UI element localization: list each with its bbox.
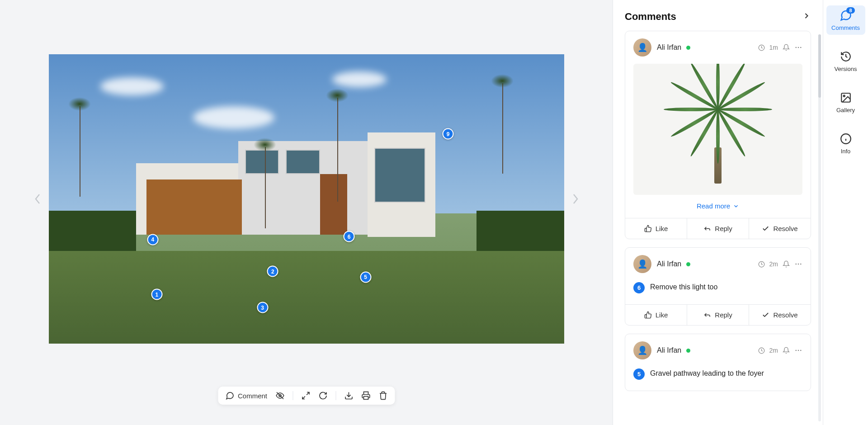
comment-icon (225, 391, 234, 400)
chevron-down-icon (733, 203, 739, 209)
bell-icon[interactable] (783, 347, 790, 354)
annotation-pin-4[interactable]: 4 (147, 234, 158, 245)
like-button[interactable]: Like (625, 218, 687, 239)
right-rail: 8 Comments Versions Gallery Info (823, 0, 868, 425)
comments-scroll-area[interactable]: 👤 Ali Irfan 1m (613, 31, 823, 425)
info-icon (840, 133, 852, 145)
comment-pin-badge[interactable]: 5 (633, 368, 645, 380)
trash-icon (378, 391, 387, 400)
rail-label: Comments (831, 24, 860, 31)
print-button[interactable] (361, 391, 370, 400)
thumbs-up-icon (644, 311, 652, 319)
read-more-button[interactable]: Read more (633, 195, 802, 213)
comment-time: 2m (769, 347, 778, 354)
rail-versions-tab[interactable]: Versions (826, 47, 865, 76)
comment-actions: Like Reply Resolve (625, 304, 811, 325)
reset-view-button[interactable] (318, 391, 327, 400)
render-image[interactable] (49, 54, 564, 344)
comment-time: 2m (769, 260, 778, 268)
rotate-icon (318, 391, 327, 400)
svg-point-4 (795, 47, 797, 48)
comment-author: Ali Irfan (657, 43, 681, 51)
avatar: 👤 (633, 38, 651, 57)
thumbs-up-icon (644, 225, 652, 232)
clock-icon (758, 347, 765, 354)
comment-text: Gravel pathway leading to the foyer (650, 368, 764, 378)
print-icon (361, 391, 370, 400)
comment-header: 👤 Ali Irfan 2m (625, 334, 811, 367)
prev-image-button[interactable] (28, 190, 47, 208)
download-icon (344, 391, 353, 400)
rail-label: Info (841, 148, 851, 155)
bell-icon[interactable] (783, 44, 790, 51)
annotation-pin-1[interactable]: 1 (151, 289, 162, 300)
image-icon (840, 92, 852, 104)
check-icon (762, 311, 769, 319)
more-icon[interactable] (794, 260, 802, 268)
svg-point-5 (798, 47, 799, 48)
image-wrapper: 1234569 (49, 54, 564, 344)
annotation-pin-2[interactable]: 2 (267, 266, 278, 277)
annotation-pin-9[interactable]: 9 (443, 128, 454, 140)
comment-pin-badge[interactable]: 6 (633, 282, 645, 293)
more-icon[interactable] (794, 43, 802, 52)
svg-point-9 (798, 264, 799, 265)
online-status-dot (686, 262, 690, 266)
reply-icon (703, 311, 711, 319)
fullscreen-button[interactable] (301, 391, 310, 400)
comment-card[interactable]: 👤 Ali Irfan 2m 5 Gravel pathway leading … (625, 334, 811, 391)
comment-tool-button[interactable]: Comment (225, 391, 267, 400)
toggle-visibility-button[interactable] (275, 391, 284, 400)
svg-point-14 (800, 350, 802, 351)
rail-label: Versions (835, 66, 857, 72)
eye-off-icon (275, 391, 284, 400)
history-icon (840, 51, 852, 62)
download-button[interactable] (344, 391, 353, 400)
comment-card[interactable]: 👤 Ali Irfan 2m 6 Remove this light too (625, 247, 811, 326)
rail-gallery-tab[interactable]: Gallery (826, 88, 865, 117)
svg-point-10 (800, 264, 802, 265)
collapse-panel-button[interactable] (802, 11, 811, 22)
rail-label: Gallery (836, 107, 855, 113)
more-icon[interactable] (794, 346, 802, 354)
online-status-dot (686, 46, 690, 50)
comment-author: Ali Irfan (657, 346, 681, 354)
annotation-pin-6[interactable]: 6 (344, 231, 355, 242)
scrollbar-thumb[interactable] (818, 34, 821, 98)
rail-comments-tab[interactable]: 8 Comments (826, 5, 865, 35)
clock-icon (758, 261, 765, 268)
comment-time: 1m (769, 44, 778, 51)
toolbar-divider (292, 391, 293, 400)
reply-button[interactable]: Reply (687, 218, 749, 239)
comment-text: Remove this light too (650, 282, 717, 292)
comment-author: Ali Irfan (657, 260, 681, 268)
resolve-button[interactable]: Resolve (749, 218, 811, 239)
bell-icon[interactable] (783, 260, 790, 268)
svg-rect-2 (363, 397, 368, 400)
svg-point-6 (800, 47, 802, 48)
toolbar-divider (335, 391, 336, 400)
comment-header: 👤 Ali Irfan 2m (625, 248, 811, 280)
viewer-area: 1234569 Comment (0, 0, 613, 425)
comments-panel: Comments 👤 Ali Irfan 1m (613, 0, 823, 425)
clock-icon (758, 44, 765, 51)
rail-info-tab[interactable]: Info (826, 129, 865, 158)
viewer-toolbar: Comment (218, 387, 395, 405)
online-status-dot (686, 349, 690, 353)
delete-button[interactable] (378, 391, 387, 400)
panel-title: Comments (625, 11, 676, 23)
reply-button[interactable]: Reply (687, 305, 749, 325)
annotation-pin-5[interactable]: 5 (360, 271, 371, 283)
comment-header: 👤 Ali Irfan 1m (625, 31, 811, 64)
next-image-button[interactable] (566, 190, 585, 208)
svg-point-12 (795, 350, 797, 351)
comments-count-badge: 8 (846, 7, 854, 14)
like-button[interactable]: Like (625, 305, 687, 325)
comment-attachment-image[interactable] (633, 64, 802, 195)
reply-icon (703, 225, 711, 232)
avatar: 👤 (633, 255, 651, 273)
comment-card[interactable]: 👤 Ali Irfan 1m (625, 31, 811, 239)
check-icon (762, 225, 769, 232)
annotation-pin-3[interactable]: 3 (257, 302, 268, 313)
resolve-button[interactable]: Resolve (749, 305, 811, 325)
